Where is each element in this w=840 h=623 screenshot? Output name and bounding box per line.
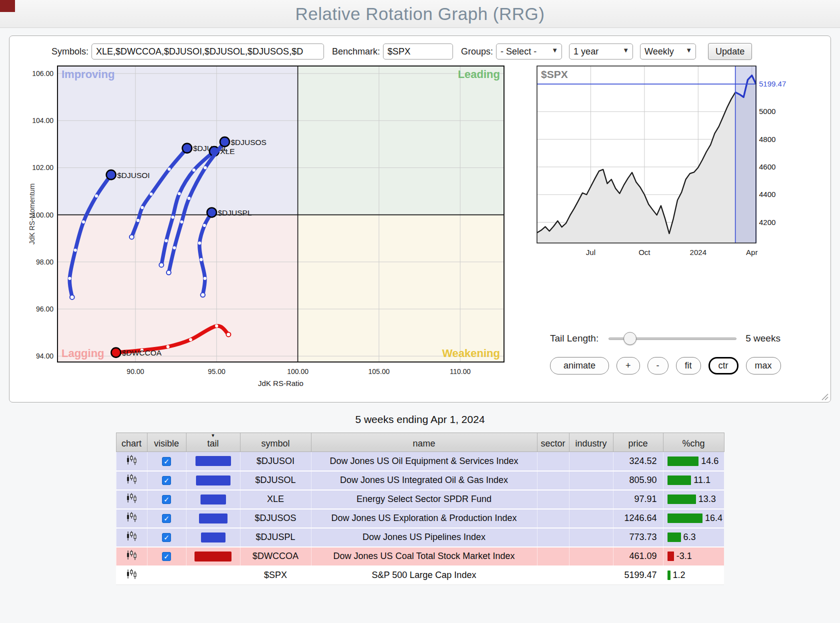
update-button[interactable]: Update [708, 43, 752, 60]
sort-arrow-icon: ▼ [211, 434, 216, 438]
animate-button[interactable]: animate [550, 357, 609, 374]
svg-text:2024: 2024 [690, 248, 706, 256]
sector-cell [537, 471, 569, 490]
resize-handle-icon[interactable] [820, 392, 828, 400]
visible-checkbox[interactable]: ✓ [162, 457, 171, 466]
period-select[interactable]: 1 year [569, 44, 633, 60]
column-header-visible[interactable]: visible [147, 433, 186, 452]
benchmark-symbol-label: $SPX [541, 68, 568, 80]
column-header-industry[interactable]: industry [569, 433, 613, 452]
svg-text:4200: 4200 [759, 218, 776, 226]
industry-cell [569, 566, 613, 585]
price-cell: 461.09 [613, 547, 663, 566]
pct-change-bar [668, 552, 674, 561]
svg-text:104.00: 104.00 [32, 116, 54, 124]
ctr-button[interactable]: ctr [708, 357, 738, 374]
zoom-out-button[interactable]: - [648, 357, 668, 374]
svg-text:98.00: 98.00 [36, 258, 54, 266]
tail-highlight-band [736, 66, 756, 243]
rrg-xaxis-title: JdK RS-Ratio [258, 379, 304, 388]
tail-length-control: Tail Length: 5 weeks [550, 332, 796, 345]
frequency-select[interactable]: Weekly [640, 44, 696, 60]
svg-text:95.00: 95.00 [208, 368, 226, 376]
tail-color-swatch[interactable] [196, 456, 231, 466]
pct-change-value: 14.6 [701, 456, 718, 466]
rrg-series-label: $DJUSOS [230, 138, 266, 146]
price-cell: 97.91 [613, 490, 663, 509]
svg-text:Oct: Oct [638, 248, 650, 256]
chart-icon[interactable] [126, 569, 137, 579]
pct-change-bar [668, 570, 670, 580]
symbols-input[interactable] [92, 44, 324, 60]
column-header-name[interactable]: name [311, 433, 537, 452]
visible-checkbox[interactable]: ✓ [162, 514, 171, 523]
rrg-series-label: $DWCCOA [122, 348, 162, 357]
svg-text:Apr: Apr [746, 248, 758, 256]
price-cell: 5199.47 [613, 566, 663, 585]
slider-thumb[interactable] [624, 332, 636, 345]
tail-color-swatch[interactable] [201, 532, 226, 542]
chart-icon[interactable] [126, 531, 137, 541]
visible-checkbox[interactable]: ✓ [162, 552, 171, 561]
rrg-chart[interactable]: ImprovingLeadingLaggingWeakening$DJUSOI$… [26, 63, 529, 397]
visible-checkbox[interactable]: ✓ [162, 495, 171, 504]
chart-icon[interactable] [126, 474, 137, 484]
benchmark-mini-chart[interactable]: $SPX5199.4742004400460048005000JulOct202… [536, 63, 796, 264]
chart-icon[interactable] [126, 493, 137, 503]
pct-change-value: -3.1 [676, 551, 692, 562]
svg-text:90.00: 90.00 [126, 368, 144, 376]
industry-cell [569, 490, 613, 509]
tail-length-label: Tail Length: [550, 333, 598, 344]
visible-checkbox[interactable]: ✓ [162, 533, 171, 542]
rrg-panel: Symbols: Benchmark: Groups: - Select - ▼… [9, 36, 831, 402]
symbol-cell: $SPX [240, 566, 311, 585]
visible-checkbox[interactable]: ✓ [162, 476, 171, 485]
pct-change-value: 1.2 [673, 570, 686, 580]
screen-corner-artifact [0, 0, 15, 12]
column-header-sector[interactable]: sector [537, 433, 569, 452]
tail-color-swatch[interactable] [196, 476, 230, 486]
svg-text:4800: 4800 [759, 135, 776, 144]
chart-icon[interactable] [126, 455, 137, 465]
rrg-button-bar: animate+-fitctrmax [550, 357, 796, 374]
fit-button[interactable]: fit [676, 357, 701, 374]
tail-length-slider[interactable] [608, 332, 736, 345]
column-header-chg[interactable]: %chg [663, 433, 724, 452]
symbol-cell: $DWCCOA [240, 547, 311, 566]
benchmark-input[interactable] [383, 44, 453, 60]
table-row-DJUSOL: ✓$DJUSOLDow Jones US Integrated Oil & Ga… [116, 471, 724, 490]
benchmark-label: Benchmark: [332, 46, 380, 57]
pct-change-value: 16.4 [705, 513, 722, 524]
symbol-cell: XLE [240, 490, 311, 509]
tail-color-swatch[interactable] [199, 514, 228, 524]
svg-text:110.00: 110.00 [450, 368, 470, 376]
groups-label: Groups: [461, 46, 493, 57]
svg-text:94.00: 94.00 [36, 352, 54, 360]
pct-change-bar [668, 494, 696, 504]
tail-color-swatch[interactable] [194, 552, 232, 562]
max-button[interactable]: max [746, 357, 781, 374]
tail-color-swatch[interactable] [200, 494, 226, 504]
table-row-XLE: ✓XLEEnergy Select Sector SPDR Fund97.911… [116, 490, 724, 509]
table-row-DJUSOS: ✓$DJUSOSDow Jones US Exploration & Produ… [116, 509, 724, 528]
industry-cell [569, 509, 613, 528]
name-cell: S&P 500 Large Cap Index [311, 566, 537, 585]
name-cell: Dow Jones US Coal Total Stock Market Ind… [311, 547, 537, 566]
rrg-yaxis-title: JdK RS-Momentum [28, 184, 36, 244]
chart-icon[interactable] [126, 512, 137, 522]
quadrant-label-leading: Leading [458, 68, 500, 80]
svg-text:5000: 5000 [759, 107, 776, 116]
groups-select[interactable]: - Select - [496, 44, 562, 60]
industry-cell [569, 471, 613, 490]
zoom-in-button[interactable]: + [616, 357, 640, 374]
column-header-chart[interactable]: chart [116, 433, 147, 452]
table-row-DWCCOA: ✓$DWCCOADow Jones US Coal Total Stock Ma… [116, 547, 724, 566]
symbol-cell: $DJUSOS [240, 509, 311, 528]
column-header-price[interactable]: price [613, 433, 663, 452]
symbol-cell: $DJUSOI [240, 452, 311, 471]
column-header-tail[interactable]: tail▼ [186, 433, 240, 452]
tail-length-value: 5 weeks [746, 333, 780, 344]
sector-cell [537, 452, 569, 471]
chart-icon[interactable] [126, 550, 137, 560]
column-header-symbol[interactable]: symbol [240, 433, 311, 452]
